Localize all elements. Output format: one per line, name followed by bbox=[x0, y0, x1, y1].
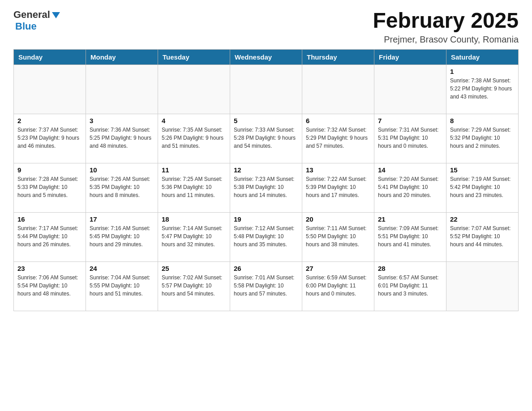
day-number: 5 bbox=[234, 117, 298, 124]
calendar-week-row: 1Sunrise: 7:38 AM Sunset: 5:22 PM Daylig… bbox=[14, 64, 519, 114]
calendar-week-row: 9Sunrise: 7:28 AM Sunset: 5:33 PM Daylig… bbox=[14, 163, 519, 212]
calendar-cell: 24Sunrise: 7:04 AM Sunset: 5:55 PM Dayli… bbox=[86, 261, 158, 311]
day-number: 15 bbox=[450, 166, 515, 174]
calendar-cell bbox=[86, 64, 158, 114]
calendar-cell: 8Sunrise: 7:29 AM Sunset: 5:32 PM Daylig… bbox=[446, 114, 519, 163]
day-info: Sunrise: 7:25 AM Sunset: 5:36 PM Dayligh… bbox=[162, 175, 226, 199]
calendar-cell: 23Sunrise: 7:06 AM Sunset: 5:54 PM Dayli… bbox=[14, 261, 86, 311]
calendar-cell: 25Sunrise: 7:02 AM Sunset: 5:57 PM Dayli… bbox=[158, 261, 230, 311]
day-number: 23 bbox=[17, 265, 82, 272]
weekday-header-saturday: Saturday bbox=[446, 49, 519, 64]
day-info: Sunrise: 7:11 AM Sunset: 5:50 PM Dayligh… bbox=[306, 224, 370, 248]
calendar-header-row: SundayMondayTuesdayWednesdayThursdayFrid… bbox=[14, 49, 519, 64]
calendar-cell: 18Sunrise: 7:14 AM Sunset: 5:47 PM Dayli… bbox=[158, 212, 230, 261]
weekday-header-thursday: Thursday bbox=[302, 49, 374, 64]
calendar-cell: 21Sunrise: 7:09 AM Sunset: 5:51 PM Dayli… bbox=[374, 212, 446, 261]
calendar-cell: 16Sunrise: 7:17 AM Sunset: 5:44 PM Dayli… bbox=[14, 212, 86, 261]
calendar-cell: 6Sunrise: 7:32 AM Sunset: 5:29 PM Daylig… bbox=[302, 114, 374, 163]
day-number: 2 bbox=[17, 117, 82, 124]
weekday-header-friday: Friday bbox=[374, 49, 446, 64]
calendar-cell bbox=[230, 64, 302, 114]
weekday-header-sunday: Sunday bbox=[14, 49, 86, 64]
day-number: 20 bbox=[306, 215, 370, 223]
day-info: Sunrise: 7:33 AM Sunset: 5:28 PM Dayligh… bbox=[234, 126, 298, 150]
day-info: Sunrise: 7:01 AM Sunset: 5:58 PM Dayligh… bbox=[234, 274, 298, 298]
day-info: Sunrise: 7:37 AM Sunset: 5:23 PM Dayligh… bbox=[17, 126, 82, 150]
calendar-cell bbox=[14, 64, 86, 114]
calendar-cell: 27Sunrise: 6:59 AM Sunset: 6:00 PM Dayli… bbox=[302, 261, 374, 311]
day-info: Sunrise: 7:19 AM Sunset: 5:42 PM Dayligh… bbox=[450, 175, 515, 199]
day-info: Sunrise: 7:32 AM Sunset: 5:29 PM Dayligh… bbox=[306, 126, 370, 150]
day-info: Sunrise: 7:26 AM Sunset: 5:35 PM Dayligh… bbox=[90, 175, 154, 199]
day-number: 17 bbox=[90, 215, 154, 223]
day-number: 12 bbox=[234, 166, 298, 174]
day-number: 25 bbox=[162, 265, 226, 272]
day-info: Sunrise: 6:59 AM Sunset: 6:00 PM Dayligh… bbox=[306, 274, 370, 298]
day-info: Sunrise: 7:17 AM Sunset: 5:44 PM Dayligh… bbox=[17, 224, 82, 248]
day-number: 24 bbox=[90, 265, 154, 272]
calendar-cell: 4Sunrise: 7:35 AM Sunset: 5:26 PM Daylig… bbox=[158, 114, 230, 163]
day-info: Sunrise: 7:20 AM Sunset: 5:41 PM Dayligh… bbox=[378, 175, 442, 199]
calendar-cell: 20Sunrise: 7:11 AM Sunset: 5:50 PM Dayli… bbox=[302, 212, 374, 261]
logo-blue-text: Blue bbox=[15, 21, 37, 32]
day-info: Sunrise: 7:35 AM Sunset: 5:26 PM Dayligh… bbox=[162, 126, 226, 150]
calendar-cell: 10Sunrise: 7:26 AM Sunset: 5:35 PM Dayli… bbox=[86, 163, 158, 212]
calendar-cell: 15Sunrise: 7:19 AM Sunset: 5:42 PM Dayli… bbox=[446, 163, 519, 212]
calendar-cell: 2Sunrise: 7:37 AM Sunset: 5:23 PM Daylig… bbox=[14, 114, 86, 163]
day-number: 3 bbox=[90, 117, 154, 124]
calendar-table: SundayMondayTuesdayWednesdayThursdayFrid… bbox=[13, 49, 519, 311]
day-info: Sunrise: 7:06 AM Sunset: 5:54 PM Dayligh… bbox=[17, 274, 82, 298]
day-number: 14 bbox=[378, 166, 442, 174]
day-number: 7 bbox=[378, 117, 442, 124]
title-block: February 2025 Prejmer, Brasov County, Ro… bbox=[373, 9, 519, 45]
day-number: 19 bbox=[234, 215, 298, 223]
calendar-cell: 19Sunrise: 7:12 AM Sunset: 5:48 PM Dayli… bbox=[230, 212, 302, 261]
calendar-week-row: 16Sunrise: 7:17 AM Sunset: 5:44 PM Dayli… bbox=[14, 212, 519, 261]
day-number: 10 bbox=[90, 166, 154, 174]
day-number: 26 bbox=[234, 265, 298, 272]
location-subtitle: Prejmer, Brasov County, Romania bbox=[373, 34, 519, 45]
day-number: 21 bbox=[378, 215, 442, 223]
weekday-header-wednesday: Wednesday bbox=[230, 49, 302, 64]
calendar-cell: 28Sunrise: 6:57 AM Sunset: 6:01 PM Dayli… bbox=[374, 261, 446, 311]
calendar-week-row: 23Sunrise: 7:06 AM Sunset: 5:54 PM Dayli… bbox=[14, 261, 519, 311]
calendar-cell bbox=[374, 64, 446, 114]
calendar-cell: 11Sunrise: 7:25 AM Sunset: 5:36 PM Dayli… bbox=[158, 163, 230, 212]
day-info: Sunrise: 7:04 AM Sunset: 5:55 PM Dayligh… bbox=[90, 274, 154, 298]
day-number: 18 bbox=[162, 215, 226, 223]
weekday-header-tuesday: Tuesday bbox=[158, 49, 230, 64]
day-number: 11 bbox=[162, 166, 226, 174]
calendar-week-row: 2Sunrise: 7:37 AM Sunset: 5:23 PM Daylig… bbox=[14, 114, 519, 163]
day-info: Sunrise: 7:07 AM Sunset: 5:52 PM Dayligh… bbox=[450, 224, 515, 248]
calendar-cell: 9Sunrise: 7:28 AM Sunset: 5:33 PM Daylig… bbox=[14, 163, 86, 212]
calendar-cell: 22Sunrise: 7:07 AM Sunset: 5:52 PM Dayli… bbox=[446, 212, 519, 261]
calendar-cell: 14Sunrise: 7:20 AM Sunset: 5:41 PM Dayli… bbox=[374, 163, 446, 212]
day-info: Sunrise: 7:02 AM Sunset: 5:57 PM Dayligh… bbox=[162, 274, 226, 298]
day-number: 6 bbox=[306, 117, 370, 124]
day-info: Sunrise: 7:23 AM Sunset: 5:38 PM Dayligh… bbox=[234, 175, 298, 199]
logo-general-text: General bbox=[13, 9, 50, 21]
day-info: Sunrise: 7:12 AM Sunset: 5:48 PM Dayligh… bbox=[234, 224, 298, 248]
svg-marker-0 bbox=[52, 12, 60, 18]
calendar-cell: 17Sunrise: 7:16 AM Sunset: 5:45 PM Dayli… bbox=[86, 212, 158, 261]
day-number: 4 bbox=[162, 117, 226, 124]
day-number: 8 bbox=[450, 117, 515, 124]
calendar-cell: 7Sunrise: 7:31 AM Sunset: 5:31 PM Daylig… bbox=[374, 114, 446, 163]
day-number: 13 bbox=[306, 166, 370, 174]
day-info: Sunrise: 7:29 AM Sunset: 5:32 PM Dayligh… bbox=[450, 126, 515, 150]
weekday-header-monday: Monday bbox=[86, 49, 158, 64]
calendar-cell: 3Sunrise: 7:36 AM Sunset: 5:25 PM Daylig… bbox=[86, 114, 158, 163]
day-info: Sunrise: 7:36 AM Sunset: 5:25 PM Dayligh… bbox=[90, 126, 154, 150]
day-info: Sunrise: 6:57 AM Sunset: 6:01 PM Dayligh… bbox=[378, 274, 442, 298]
logo: General Blue bbox=[13, 9, 61, 32]
day-info: Sunrise: 7:14 AM Sunset: 5:47 PM Dayligh… bbox=[162, 224, 226, 248]
day-info: Sunrise: 7:16 AM Sunset: 5:45 PM Dayligh… bbox=[90, 224, 154, 248]
calendar-cell bbox=[158, 64, 230, 114]
calendar-cell: 1Sunrise: 7:38 AM Sunset: 5:22 PM Daylig… bbox=[446, 64, 519, 114]
calendar-cell bbox=[302, 64, 374, 114]
day-info: Sunrise: 7:38 AM Sunset: 5:22 PM Dayligh… bbox=[450, 77, 515, 101]
month-title: February 2025 bbox=[373, 9, 519, 33]
day-number: 9 bbox=[17, 166, 82, 174]
day-info: Sunrise: 7:28 AM Sunset: 5:33 PM Dayligh… bbox=[17, 175, 82, 199]
calendar-cell: 12Sunrise: 7:23 AM Sunset: 5:38 PM Dayli… bbox=[230, 163, 302, 212]
